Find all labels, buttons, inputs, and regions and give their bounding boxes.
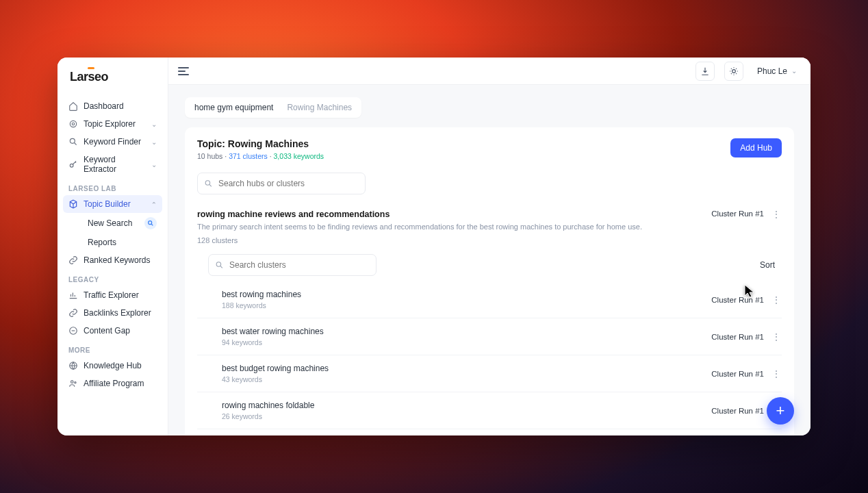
cluster-title: best budget rowing machines — [222, 364, 711, 373]
sidebar-item-label: Affiliate Program — [84, 379, 144, 388]
cluster-row[interactable]: older rowing machines — [197, 429, 782, 435]
fab-add-button[interactable]: + — [767, 397, 794, 425]
sidebar-item-knowledge-hub[interactable]: Knowledge Hub — [63, 357, 162, 375]
cluster-keyword-count: 43 keywords — [222, 375, 711, 383]
svg-point-11 — [216, 262, 221, 267]
topic-info: Topic: Rowing Machines 10 hubs · 371 clu… — [197, 138, 324, 160]
hub-search — [197, 173, 366, 194]
hub-cluster-run: Cluster Run #1 — [711, 210, 764, 218]
breadcrumb-root[interactable]: home gym equipment — [194, 103, 273, 112]
search-icon — [204, 179, 213, 188]
svg-point-7 — [71, 381, 74, 383]
cluster-keyword-count: 26 keywords — [222, 412, 711, 420]
sidebar-item-label: Topic Builder — [84, 199, 131, 209]
breadcrumb: home gym equipment Rowing Machines — [185, 97, 361, 118]
sidebar-item-label: Keyword Finder — [84, 137, 141, 147]
cluster-title: best rowing machines — [222, 290, 711, 299]
sidebar-item-label: Content Gap — [84, 326, 130, 336]
hub-more-button[interactable]: ⋮ — [771, 210, 782, 219]
hub-description: The primary search intent seems to be fi… — [197, 222, 711, 232]
sidebar-item-label: Dashboard — [84, 101, 124, 111]
download-button[interactable] — [695, 62, 715, 81]
link-icon — [68, 255, 78, 265]
target-icon — [68, 119, 78, 129]
svg-point-8 — [75, 382, 76, 383]
topic-header: Topic: Rowing Machines 10 hubs · 371 clu… — [197, 138, 782, 160]
cluster-keyword-count: 94 keywords — [222, 338, 711, 346]
cluster-run-label: Cluster Run #1 — [711, 407, 764, 415]
chart-icon — [68, 290, 78, 300]
svg-point-9 — [732, 69, 736, 73]
user-menu-button[interactable]: Phuc Le ⌄ — [753, 64, 801, 79]
globe-icon — [68, 361, 78, 370]
cluster-row[interactable]: best rowing machines 188 keywords Cluste… — [197, 281, 782, 318]
logo: Larseo — [58, 63, 168, 90]
sidebar-item-dashboard[interactable]: Dashboard — [63, 97, 162, 115]
cluster-row[interactable]: best budget rowing machines 43 keywords … — [197, 355, 782, 392]
stat-clusters: 371 clusters — [229, 152, 268, 160]
cluster-run-label: Cluster Run #1 — [711, 296, 764, 304]
sort-button[interactable]: Sort — [753, 256, 782, 274]
svg-point-10 — [205, 181, 210, 186]
chevron-down-icon: ⌄ — [791, 67, 797, 75]
nav-section-more: MORE — [63, 340, 162, 357]
chevron-up-icon: ⌄ — [151, 201, 157, 208]
hub-header: rowing machine reviews and recommendatio… — [197, 210, 782, 244]
cluster-search-input[interactable] — [208, 254, 376, 276]
cluster-more-button[interactable]: ⋮ — [771, 332, 782, 342]
key-icon — [68, 160, 78, 169]
sidebar-item-content-gap[interactable]: Content Gap — [63, 322, 162, 340]
sidebar-item-backlinks-explorer[interactable]: Backlinks Explorer — [63, 304, 162, 322]
sidebar-item-label: Traffic Explorer — [84, 290, 139, 300]
gap-icon — [68, 326, 78, 336]
sidebar-item-label: Reports — [88, 238, 116, 247]
topic-stats: 10 hubs · 371 clusters · 3,033 keywords — [197, 152, 324, 160]
sidebar-item-label: New Search — [88, 218, 132, 228]
topic-builder-submenu: New Search Reports — [63, 213, 162, 251]
breadcrumb-leaf[interactable]: Rowing Machines — [287, 103, 352, 112]
hub-title: rowing machine reviews and recommendatio… — [197, 210, 711, 219]
cluster-tools: Sort — [197, 254, 782, 276]
sidebar-item-traffic-explorer[interactable]: Traffic Explorer — [63, 286, 162, 304]
svg-point-0 — [70, 121, 76, 127]
topic-title: Topic: Rowing Machines — [197, 138, 324, 149]
topbar-right: Phuc Le ⌄ — [695, 62, 801, 81]
sidebar-item-label: Backlinks Explorer — [84, 308, 151, 318]
theme-toggle-button[interactable] — [724, 62, 743, 81]
cluster-more-button[interactable]: ⋮ — [771, 369, 782, 379]
chevron-down-icon: ⌄ — [151, 121, 157, 128]
cluster-row[interactable]: rowing machines foldable 26 keywords Clu… — [197, 392, 782, 429]
sidebar-item-label: Knowledge Hub — [84, 361, 142, 370]
sidebar-item-keyword-extractor[interactable]: Keyword Extractor ⌄ — [63, 151, 162, 178]
sidebar-item-topic-explorer[interactable]: Topic Explorer ⌄ — [63, 115, 162, 133]
sidebar-item-ranked-keywords[interactable]: Ranked Keywords — [63, 251, 162, 269]
topic-card: Topic: Rowing Machines 10 hubs · 371 clu… — [185, 127, 794, 435]
hub-search-input[interactable] — [197, 173, 366, 194]
sidebar-item-label: Keyword Extractor — [84, 155, 146, 174]
svg-point-2 — [70, 138, 75, 143]
chevron-down-icon: ⌄ — [151, 138, 157, 146]
cluster-more-button[interactable]: ⋮ — [771, 295, 782, 305]
nav-section-lab: LARSEO LAB — [63, 178, 162, 195]
cluster-search — [208, 254, 376, 276]
sidebar-item-keyword-finder[interactable]: Keyword Finder ⌄ — [63, 133, 162, 151]
sidebar-item-new-search[interactable]: New Search — [82, 213, 162, 233]
cube-icon — [68, 199, 78, 209]
add-hub-button[interactable]: Add Hub — [730, 138, 782, 157]
sidebar-item-reports[interactable]: Reports — [82, 233, 162, 251]
menu-toggle-button[interactable] — [178, 67, 189, 75]
sidebar-item-topic-builder[interactable]: Topic Builder ⌄ — [63, 195, 162, 213]
link-icon — [68, 308, 78, 318]
hub-cluster-count: 128 clusters — [197, 236, 711, 244]
search-badge-icon — [144, 217, 157, 229]
cluster-keyword-count: 188 keywords — [222, 301, 711, 309]
cluster-list: best rowing machines 188 keywords Cluste… — [197, 281, 782, 435]
hub-section: rowing machine reviews and recommendatio… — [197, 210, 782, 435]
content-scroll[interactable]: home gym equipment Rowing Machines Topic… — [168, 85, 810, 435]
cluster-row[interactable]: best water rowing machines 94 keywords C… — [197, 318, 782, 355]
sidebar-item-label: Ranked Keywords — [84, 255, 150, 265]
app-window: Larseo Dashboard Topic Explorer ⌄ Keywor… — [58, 58, 810, 435]
svg-point-3 — [70, 164, 73, 167]
home-icon — [68, 101, 78, 111]
sidebar-item-affiliate-program[interactable]: Affiliate Program — [63, 375, 162, 392]
